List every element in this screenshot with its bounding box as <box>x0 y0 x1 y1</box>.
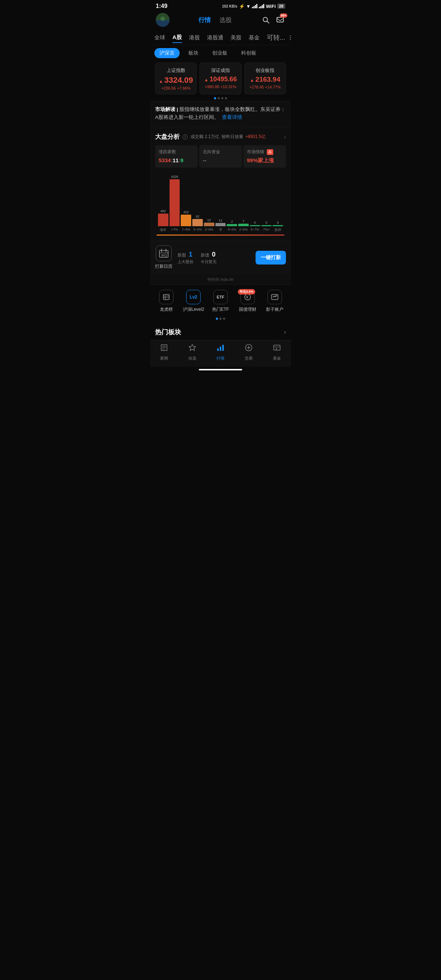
ipo-one-click-btn[interactable]: 一键打新 <box>256 251 286 264</box>
tab-fund[interactable]: 基金 <box>249 33 260 43</box>
tab-more-btn[interactable]: 可转... ☰ <box>267 32 291 43</box>
index-name-2: 创业板指 <box>248 67 283 74</box>
wifi-icon: ▼ <box>246 3 251 9</box>
ipo-new-debt: 新债 0 今日暂无 <box>201 251 217 264</box>
market-reading-prefix: 市场解读 | <box>155 107 179 112</box>
nav-fund[interactable]: ¥ 基金 <box>263 343 291 361</box>
bar-chart: 482 4326 422 92 12 <box>155 172 286 240</box>
tool-etf[interactable]: ETF 热门ETF <box>207 290 234 313</box>
board-chevron[interactable]: › <box>284 134 286 140</box>
svg-rect-1 <box>156 20 170 27</box>
stat-mid-count: 11 <box>172 157 178 163</box>
subtab-chinext[interactable]: 创业板 <box>207 48 232 58</box>
bar-0-2: 2 <box>227 220 237 226</box>
bar-label-7-5: 7~5% <box>181 228 191 232</box>
subtab-sector[interactable]: 板块 <box>183 48 204 58</box>
ipo-section: IPO 打新日历 新股 1 上大股份 新债 0 今日暂无 一键打新 <box>150 240 291 275</box>
info-icon[interactable]: i <box>183 134 188 140</box>
stat-card-northbound: 北向资金 -- <box>199 145 242 168</box>
tab-us[interactable]: 美股 <box>231 33 242 43</box>
tool-treasury[interactable]: ¥ 国债理财 年化3.5% <box>234 290 261 313</box>
status-icons: 102 KB/s ⚡ ▼ WiFi 28 <box>222 3 285 9</box>
nav-watchlist[interactable]: 自选 <box>178 343 206 361</box>
stat-card-sentiment: 市场情绪 高 99%家上涨 <box>243 145 286 168</box>
dot-3 <box>225 97 227 99</box>
tool-label-treasury: 国债理财 <box>239 306 256 313</box>
tool-level2[interactable]: Lv2 沪深Level2 <box>180 290 207 313</box>
main-tabs: 全球 A股 港股 港股通 美股 基金 可转... ☰ <box>150 30 291 45</box>
header-nav: 行情 选股 <box>199 16 232 24</box>
index-value-0: 3324.09 <box>158 76 193 84</box>
bar-label-gt7: >7% <box>170 228 180 232</box>
nav-news[interactable]: 新闻 <box>150 343 178 361</box>
hot-more-btn[interactable]: › <box>284 329 286 335</box>
nav-icon-watchlist <box>188 343 197 354</box>
svg-rect-24 <box>222 345 224 351</box>
market-reading-text: 市场解读 | 股指继续放量暴涨，板块全数飘红。东吴证券：A股将进入新一轮上行区间… <box>155 107 285 120</box>
wifi-symbol: WiFi <box>266 3 275 9</box>
subtab-shenzhen-beijing[interactable]: 沪深京 <box>154 48 180 58</box>
ipo-new-stock: 新股 1 上大股份 <box>177 251 193 264</box>
svg-marker-21 <box>189 344 196 350</box>
subtab-star[interactable]: 科创板 <box>236 48 261 58</box>
tool-dot-1 <box>220 318 221 320</box>
tab-global[interactable]: 全球 <box>154 33 165 43</box>
tab-hk[interactable]: 港股 <box>189 33 200 43</box>
market-reading-link[interactable]: 查看详情 <box>222 115 242 120</box>
nav-icon-quotes <box>216 343 225 354</box>
stat-value-1: -- <box>203 157 238 163</box>
tool-dragon-tiger[interactable]: 龙虎榜 <box>153 290 180 313</box>
board-volume-change: +8931.5亿 <box>245 134 266 140</box>
bar-2-5: 7 <box>238 220 249 226</box>
hot-title: 热门板块 <box>155 328 181 336</box>
nav-label-news: 新闻 <box>160 356 168 361</box>
tab-hk-connect[interactable]: 港股通 <box>207 33 223 43</box>
index-card-chinext[interactable]: 创业板指 2163.94 +278.45 +14.77% <box>244 62 286 94</box>
index-card-shenzhen[interactable]: 深证成指 10495.66 +980.80 +10.31% <box>199 62 241 94</box>
svg-text:¥: ¥ <box>275 347 278 350</box>
bar-5-7: 0 <box>250 221 260 226</box>
mood-badge: 高 <box>267 149 273 155</box>
lv2-text: Lv2 <box>190 294 197 299</box>
svg-rect-22 <box>217 348 219 351</box>
bar-2-0: 12 <box>204 218 214 226</box>
orange-line <box>156 234 285 235</box>
nav-icon-trading <box>244 343 253 354</box>
bar-label-limit-up: 涨停 <box>158 228 169 232</box>
tab-a-shares[interactable]: A股 <box>172 32 182 43</box>
tool-icon-level2: Lv2 <box>186 290 201 304</box>
avatar[interactable] <box>156 13 170 27</box>
index-change-2: +278.45 +14.77% <box>248 85 283 89</box>
svg-rect-11 <box>163 294 169 299</box>
nav-quotes-bottom[interactable]: 行情 <box>206 343 235 361</box>
battery: 28 <box>277 3 285 9</box>
board-change-label: 较昨日放量 <box>221 134 243 140</box>
nav-trading[interactable]: 交易 <box>235 343 263 361</box>
ipo-info: 新股 1 上大股份 新债 0 今日暂无 <box>177 251 250 264</box>
bar-flat: 11 <box>215 219 226 226</box>
new-debt-sub: 今日暂无 <box>201 259 217 264</box>
search-button[interactable] <box>261 15 271 25</box>
nav-quotes[interactable]: 行情 <box>199 16 211 24</box>
bar-label-2-0: 2~0% <box>204 228 214 232</box>
svg-rect-23 <box>220 347 221 351</box>
ipo-row: 新股 1 上大股份 新债 0 今日暂无 <box>177 251 250 264</box>
bottom-nav: 新闻 自选 行情 交易 <box>150 340 291 367</box>
svg-text:¥: ¥ <box>246 295 248 299</box>
bar-7-5: 422 <box>181 210 191 226</box>
header-icons: 99+ <box>261 15 285 25</box>
signal-bars-2 <box>259 4 264 8</box>
index-card-shanghai[interactable]: 上证指数 3324.09 +236.56 +7.66% <box>155 62 197 94</box>
board-volume: 成交额 2.1万亿 <box>191 134 220 140</box>
index-dots <box>150 94 291 101</box>
index-name-1: 深证成指 <box>203 67 238 74</box>
stat-red-count: 5334 <box>159 157 170 163</box>
ipo-calendar[interactable]: IPO 打新日历 <box>155 245 172 270</box>
tool-shadow-account[interactable]: 影子账户 <box>261 290 288 313</box>
tool-dot-2 <box>223 318 225 320</box>
stat-green-count: 9 <box>180 157 183 163</box>
message-button[interactable]: 99+ <box>275 15 285 25</box>
nav-stock-pick[interactable]: 选股 <box>220 16 232 24</box>
ipo-label: 打新日历 <box>155 263 172 270</box>
hot-section: 热门板块 › <box>150 323 291 340</box>
